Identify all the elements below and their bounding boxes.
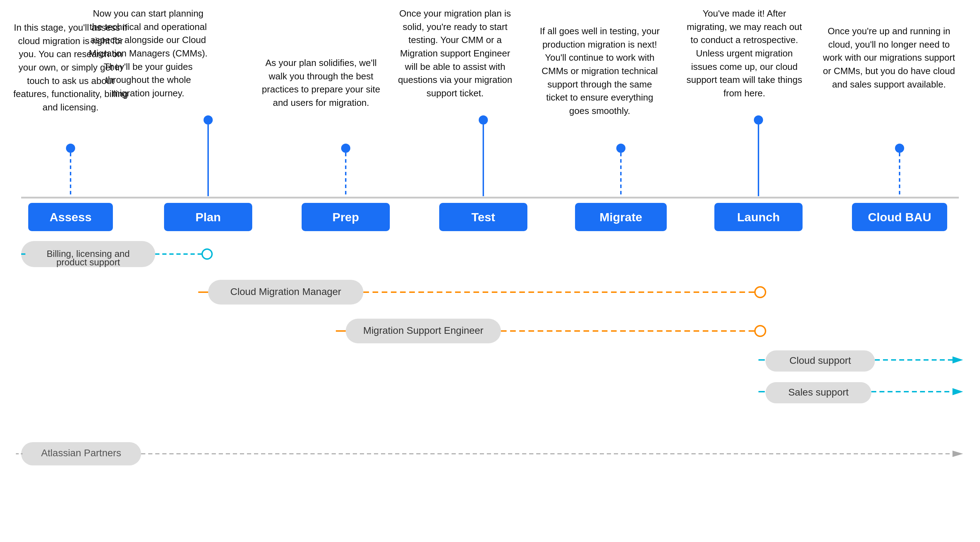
assess-button-label: Assess	[49, 210, 91, 224]
test-button-label: Test	[471, 210, 495, 224]
plan-top-dot	[204, 115, 213, 124]
cloud-bau-button-label: Cloud BAU	[868, 210, 931, 224]
cmm-label: Cloud Migration Manager	[231, 286, 341, 297]
migrate-button-label: Migrate	[600, 210, 643, 224]
mse-label: Migration Support Engineer	[363, 325, 484, 336]
sales-support-label: Sales support	[788, 387, 848, 398]
mse-end-circle	[755, 326, 765, 336]
assess-top-dot	[66, 143, 75, 153]
cloud-bau-top-dot	[895, 143, 904, 153]
migrate-top-dot	[616, 143, 625, 153]
prep-top-dot	[341, 143, 350, 153]
test-desc: Once your migration plan is solid, you'r…	[395, 7, 515, 100]
launch-button-label: Launch	[737, 210, 780, 224]
prep-desc: As your plan solidifies, we'll walk you …	[261, 56, 381, 110]
launch-desc: You've made it! After migrating, we may …	[684, 7, 804, 100]
sales-support-arrow	[953, 388, 963, 395]
cmm-end-circle	[755, 287, 765, 298]
cloud-bau-desc: Once you're up and running in cloud, you…	[822, 25, 956, 91]
atlassian-partners-label: Atlassian Partners	[41, 448, 121, 458]
atlassian-partners-arrow	[953, 451, 963, 457]
launch-top-dot	[754, 115, 763, 124]
cloud-support-arrow	[953, 356, 963, 363]
migrate-desc: If all goes well in testing, your produc…	[540, 25, 660, 118]
test-top-dot	[479, 115, 488, 124]
billing-end-circle	[202, 249, 212, 259]
cloud-support-label: Cloud support	[789, 355, 851, 366]
plan-desc: Now you can start planning the technical…	[88, 7, 208, 100]
plan-button-label: Plan	[196, 210, 221, 224]
prep-button-label: Prep	[332, 210, 359, 224]
billing-label2: product support	[56, 257, 120, 268]
